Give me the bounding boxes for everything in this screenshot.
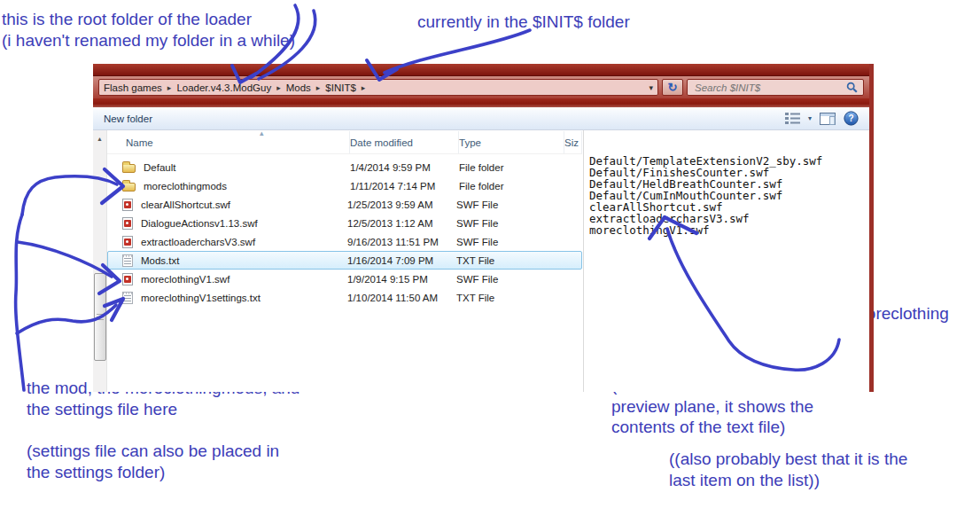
file-date-modified: 1/4/2014 9:59 PM xyxy=(350,162,459,173)
left-scrollbar[interactable]: ▲ xyxy=(93,130,107,392)
annotation-last-item: ((also probably best that it is the last… xyxy=(669,449,907,490)
file-row[interactable]: moreclothingV1settings.txt 1/10/2014 11:… xyxy=(107,288,582,307)
refresh-button[interactable]: ↻ xyxy=(662,79,683,96)
file-type-icon xyxy=(122,292,133,304)
breadcrumb[interactable]: Flash games ▸ Loader.v4.3.ModGuy ▸ Mods … xyxy=(98,79,658,96)
scrollbar-thumb[interactable] xyxy=(94,273,106,361)
file-type: SWF File xyxy=(456,274,562,285)
file-rows: Default 1/4/2014 9:59 PM File folder mor… xyxy=(107,158,582,307)
annotation-settings-alt: (settings file can also be placed in the… xyxy=(27,441,279,482)
file-date-modified: 1/10/2014 11:50 AM xyxy=(347,293,456,303)
file-date-modified: 9/16/2013 11:51 PM xyxy=(347,237,456,247)
file-name: Mods.txt xyxy=(141,255,347,266)
file-row[interactable]: Default 1/4/2014 9:59 PM File folder xyxy=(107,158,582,176)
file-type-icon xyxy=(122,254,133,267)
file-name: clearAllShortcut.swf xyxy=(141,199,347,210)
folder-view: ▲ ▴ Name Date modified Type Siz Default xyxy=(93,130,869,392)
file-name: moreclothingV1.swf xyxy=(141,274,347,285)
file-type-icon xyxy=(122,164,136,173)
breadcrumb-separator-icon: ▸ xyxy=(276,83,281,92)
column-header-type[interactable]: Type xyxy=(459,131,564,153)
search-input[interactable] xyxy=(693,82,846,94)
preview-pane-toggle-icon[interactable] xyxy=(820,113,836,125)
file-type-icon xyxy=(122,273,133,285)
breadcrumb-separator-icon: ▸ xyxy=(316,83,321,92)
file-name: moreclothingmods xyxy=(144,181,350,192)
search-box[interactable] xyxy=(687,79,864,96)
breadcrumb-item[interactable]: Loader.v4.3.ModGuy xyxy=(176,82,271,93)
breadcrumb-separator-icon: ▸ xyxy=(362,83,366,92)
file-type-icon xyxy=(122,236,133,248)
file-row[interactable]: Mods.txt 1/16/2014 7:09 PM TXT File xyxy=(107,251,582,270)
file-row[interactable]: clearAllShortcut.swf 1/25/2013 9:59 AM S… xyxy=(107,195,582,214)
file-date-modified: 1/9/2014 9:15 PM xyxy=(347,274,456,285)
file-type: SWF File xyxy=(456,237,562,247)
svg-text:?: ? xyxy=(848,113,853,123)
change-view-icon[interactable] xyxy=(785,113,800,124)
file-row[interactable]: DialogueActionsv1.13.swf 12/5/2013 1:12 … xyxy=(107,214,582,232)
window-frame-strip xyxy=(93,98,869,107)
command-bar: New folder ▾ xyxy=(93,107,869,130)
file-date-modified: 1/11/2014 7:14 PM xyxy=(350,181,459,192)
search-icon xyxy=(846,82,858,93)
file-date-modified: 1/25/2013 9:59 AM xyxy=(347,199,456,210)
scroll-up-icon[interactable]: ▲ xyxy=(93,136,106,142)
preview-pane: Default/TemplateExtensionV2_sby.swfDefau… xyxy=(583,130,869,392)
file-name: DialogueActionsv1.13.swf xyxy=(141,218,347,229)
file-type: TXT File xyxy=(456,293,562,303)
file-type-icon xyxy=(122,217,133,230)
change-view-dropdown-icon[interactable]: ▾ xyxy=(808,114,812,122)
breadcrumb-dropdown-icon[interactable]: ▾ xyxy=(649,83,653,92)
breadcrumb-separator-icon: ▸ xyxy=(167,83,172,92)
refresh-icon: ↻ xyxy=(668,81,678,94)
breadcrumb-item[interactable]: Mods xyxy=(286,82,311,93)
help-icon[interactable]: ? xyxy=(844,111,859,126)
column-header-date-modified[interactable]: Date modified xyxy=(350,131,459,153)
file-type: File folder xyxy=(459,181,564,192)
file-row[interactable]: moreclothingmods 1/11/2014 7:14 PM File … xyxy=(107,176,582,195)
breadcrumb-item[interactable]: Flash games xyxy=(104,82,162,93)
file-date-modified: 1/16/2014 7:09 PM xyxy=(347,255,456,266)
file-name: moreclothingV1settings.txt xyxy=(141,293,347,303)
annotation-root-folder: this is the root folder of the loader (i… xyxy=(2,9,295,51)
new-folder-button[interactable]: New folder xyxy=(104,113,152,124)
file-type: File folder xyxy=(459,162,564,173)
file-row[interactable]: moreclothingV1.swf 1/9/2014 9:15 PM SWF … xyxy=(107,270,582,288)
file-type-icon xyxy=(122,199,133,211)
page: this is the root folder of the loader (i… xyxy=(0,0,980,516)
file-type: SWF File xyxy=(456,199,562,210)
preview-line: moreclothingV1.swf xyxy=(589,224,869,236)
file-type-icon xyxy=(122,183,136,192)
column-header-size[interactable]: Siz xyxy=(564,131,582,153)
file-name: Default xyxy=(144,162,350,173)
address-bar: Flash games ▸ Loader.v4.3.ModGuy ▸ Mods … xyxy=(93,76,869,98)
file-name: extractloadercharsV3.swf xyxy=(141,237,347,247)
annotation-init-folder: currently in the $INIT$ folder xyxy=(417,12,630,33)
file-date-modified: 12/5/2013 1:12 AM xyxy=(347,218,456,229)
file-list: ▴ Name Date modified Type Siz Default 1/… xyxy=(107,130,582,392)
column-header-name[interactable]: Name xyxy=(107,131,350,153)
file-type: TXT File xyxy=(456,255,562,266)
window-title-strip xyxy=(93,64,869,76)
explorer-window: Flash games ▸ Loader.v4.3.ModGuy ▸ Mods … xyxy=(93,64,874,392)
file-row[interactable]: extractloadercharsV3.swf 9/16/2013 11:51… xyxy=(107,232,582,251)
file-type: SWF File xyxy=(456,218,562,229)
breadcrumb-item[interactable]: $INIT$ xyxy=(325,82,356,93)
column-headers: Name Date modified Type Siz xyxy=(107,131,582,154)
arrow-trunk xyxy=(16,215,24,390)
